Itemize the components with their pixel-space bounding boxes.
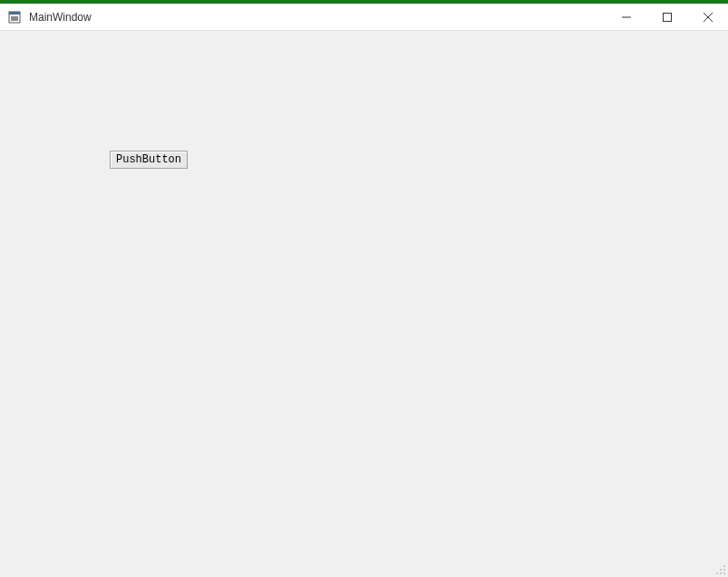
svg-point-9 — [723, 569, 725, 571]
svg-rect-2 — [11, 16, 18, 21]
close-button[interactable] — [687, 4, 728, 30]
resize-grip[interactable] — [713, 562, 726, 575]
svg-point-12 — [723, 572, 725, 574]
svg-point-10 — [716, 572, 718, 574]
svg-rect-1 — [9, 12, 20, 15]
push-button[interactable]: PushButton — [110, 151, 188, 169]
window-title: MainWindow — [29, 11, 606, 24]
svg-point-7 — [723, 565, 725, 567]
title-bar: MainWindow — [0, 4, 728, 31]
svg-rect-4 — [663, 13, 671, 21]
window-controls — [606, 4, 728, 30]
svg-point-8 — [720, 569, 722, 571]
window-app-icon — [7, 10, 22, 24]
minimize-button[interactable] — [606, 4, 646, 30]
svg-point-11 — [720, 572, 722, 574]
maximize-button[interactable] — [646, 4, 687, 30]
client-area: PushButton — [0, 31, 728, 577]
